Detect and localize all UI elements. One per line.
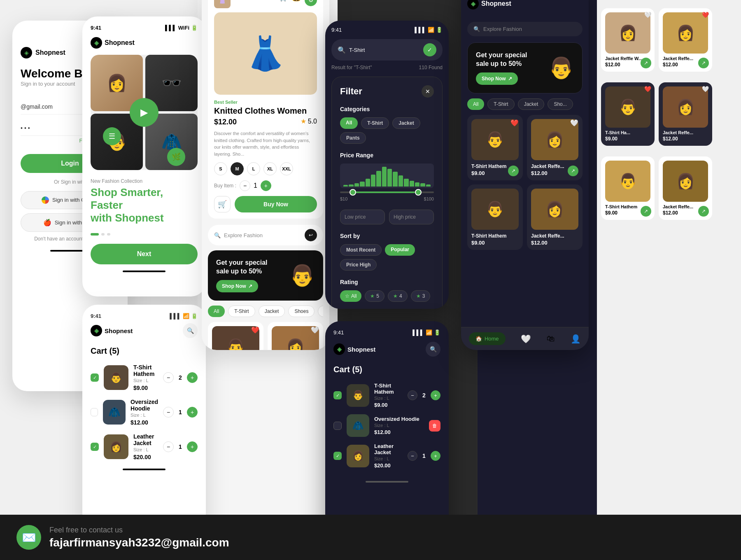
- dark-cat-all[interactable]: All: [467, 98, 484, 110]
- size-xxl[interactable]: XXL: [280, 162, 293, 175]
- filter-cat-tshirt[interactable]: T-Shirt: [361, 117, 389, 129]
- nav-user[interactable]: 👤: [571, 334, 581, 344]
- slider-thumb-min[interactable]: [350, 189, 356, 196]
- dark-heart-1[interactable]: ❤️: [510, 119, 519, 127]
- cat-jeans[interactable]: Jeans: [318, 306, 323, 317]
- rating-5[interactable]: ★ 5: [365, 290, 384, 302]
- item-price-2: $12.00: [130, 419, 158, 426]
- dark-check-1[interactable]: ✓: [333, 391, 342, 399]
- search-go-btn[interactable]: ✓: [423, 43, 436, 56]
- price-bar-segment: [393, 172, 397, 187]
- nav-bag[interactable]: 🛍: [547, 334, 555, 343]
- dark-qty-minus-3[interactable]: −: [408, 451, 417, 461]
- dark-cat-shoes[interactable]: Sho...: [548, 98, 573, 110]
- dark-qty-plus-3[interactable]: +: [431, 451, 440, 461]
- dark-promo-banner: Get your specialsale up to 50% Shop Now …: [467, 42, 583, 93]
- dark-qty-plus-1[interactable]: +: [431, 390, 440, 400]
- add-to-cart-btn[interactable]: 🛒: [214, 196, 231, 212]
- slider-thumb-max[interactable]: [415, 189, 422, 196]
- low-price-input[interactable]: Low price: [340, 210, 385, 224]
- qty-plus-1[interactable]: +: [187, 372, 198, 383]
- cart-icon[interactable]: 🛒: [280, 0, 288, 6]
- filter-icon[interactable]: ⚙: [305, 0, 317, 6]
- buy-now-btn[interactable]: Buy Now: [235, 196, 317, 212]
- right-arrow-6[interactable]: ↗: [698, 206, 709, 217]
- thumb-1[interactable]: 👚: [214, 0, 231, 8]
- heart-icon-1[interactable]: ❤️: [251, 326, 259, 334]
- price-bar-chart: [340, 163, 434, 188]
- dark-cat-jacket[interactable]: Jacket: [518, 98, 545, 110]
- sort-price-high[interactable]: Price High: [340, 259, 377, 271]
- remove-btn-2[interactable]: 🗑: [429, 420, 440, 432]
- filter-close-btn[interactable]: ✕: [422, 85, 434, 98]
- right-arrow-5[interactable]: ↗: [641, 206, 651, 217]
- bell-icon[interactable]: 🔔: [292, 0, 301, 6]
- qty-plus-2[interactable]: +: [187, 407, 198, 418]
- filter-cat-all[interactable]: All: [340, 117, 358, 129]
- right-arrow-1[interactable]: ↗: [641, 58, 651, 68]
- qty-minus-2[interactable]: −: [163, 407, 174, 418]
- heart-icon-2[interactable]: 🤍: [311, 326, 319, 334]
- cat-tshirt[interactable]: T-Shirt: [228, 306, 255, 317]
- price-bar-segment: [366, 179, 370, 187]
- right-img-4: 👩: [663, 86, 708, 128]
- dark-cart-search-btn[interactable]: 🔍: [426, 342, 440, 357]
- right-heart-1[interactable]: 🤍: [644, 12, 651, 18]
- qty-minus-1[interactable]: −: [163, 372, 174, 383]
- shop-now-label: Shop Now: [222, 283, 246, 289]
- shop-now-btn[interactable]: Shop Now ↗: [216, 280, 258, 292]
- dark-check-3[interactable]: ✓: [333, 452, 342, 460]
- dark-check-2[interactable]: [333, 422, 342, 430]
- rating-3[interactable]: ★ 3: [411, 290, 431, 302]
- dark-heart-2[interactable]: 🤍: [570, 119, 578, 127]
- item-check-2[interactable]: [91, 408, 98, 416]
- nav-wishlist[interactable]: 🤍: [521, 334, 531, 344]
- qty-plus-3[interactable]: +: [187, 441, 198, 452]
- explore-search-bar[interactable]: 🔍 Explore Fashion ↩: [208, 225, 323, 245]
- sort-popular[interactable]: Popular: [385, 244, 415, 256]
- buy-qty-plus[interactable]: +: [261, 180, 271, 191]
- size-s[interactable]: S: [214, 162, 227, 175]
- dark-arrow-2[interactable]: ↗: [568, 166, 578, 176]
- filter-cat-pants[interactable]: Pants: [340, 132, 366, 144]
- right-heart-3[interactable]: ❤️: [644, 86, 651, 92]
- rating-4[interactable]: ★ 4: [388, 290, 408, 302]
- right-heart-2[interactable]: ❤️: [702, 12, 709, 18]
- dark-cat-tshirt[interactable]: T-Shirt: [487, 98, 514, 110]
- size-xl[interactable]: XL: [263, 162, 277, 175]
- cart-search-btn[interactable]: 🔍: [183, 323, 198, 338]
- right-card-3: 👨 T-Shirt Ha... $9.00 ❤️: [601, 82, 655, 146]
- nav-home[interactable]: 🏠 Home: [469, 332, 506, 345]
- category-tabs: All T-Shirt Jacket Shoes Jeans: [208, 306, 323, 317]
- cat-all[interactable]: All: [208, 306, 225, 317]
- onboard-signal: ▌▌▌: [165, 25, 177, 31]
- filter-status-icons: ▌▌▌ 📶 🔋: [415, 27, 443, 33]
- dark-shop-now-btn[interactable]: Shop Now ↗: [476, 72, 518, 85]
- price-bar-segment: [343, 185, 348, 187]
- contact-email[interactable]: fajarfirmansyah3232@gmail.com: [49, 536, 229, 549]
- sort-recent[interactable]: Most Recent: [340, 244, 382, 256]
- buy-qty-minus[interactable]: −: [240, 180, 250, 191]
- cart-time: 9:41: [91, 313, 101, 319]
- cat-shoes[interactable]: Shoes: [288, 306, 315, 317]
- dark-explore-search[interactable]: 🔍 Explore Fashion: [467, 22, 583, 36]
- item-check-1[interactable]: ✓: [91, 373, 99, 382]
- filter-cat-jacket[interactable]: Jacket: [392, 117, 420, 129]
- cat-jacket[interactable]: Jacket: [259, 306, 285, 317]
- next-button[interactable]: Next: [91, 244, 198, 264]
- dark-qty-minus-1[interactable]: −: [408, 390, 417, 400]
- dark-explore-logo-icon: [467, 0, 479, 9]
- right-arrow-2[interactable]: ↗: [698, 58, 709, 68]
- dark-search-bar[interactable]: 🔍 T-Shirt ✓: [331, 39, 443, 61]
- price-bar-segment: [382, 167, 387, 187]
- right-heart-4[interactable]: 🤍: [702, 86, 709, 92]
- qty-minus-3[interactable]: −: [163, 441, 174, 452]
- size-l[interactable]: L: [247, 162, 260, 175]
- item-check-3[interactable]: ✓: [91, 443, 99, 451]
- back-icon[interactable]: ↩: [305, 229, 317, 241]
- rating-all[interactable]: ☆ All: [340, 290, 361, 302]
- dark-arrow-1[interactable]: ↗: [508, 166, 519, 176]
- high-price-input[interactable]: High price: [389, 210, 434, 224]
- size-m[interactable]: M: [231, 162, 244, 175]
- contact-banner: ✉️ Feel free to contact us fajarfirmansy…: [0, 515, 741, 560]
